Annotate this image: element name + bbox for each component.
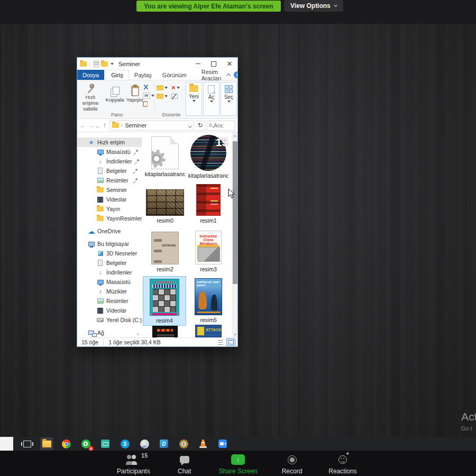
sidebar-item-yerel-disk[interactable]: Yerel Disk (C:) [77,315,142,325]
sidebar-item-resimler[interactable]: Resimler [77,176,142,185]
new-button[interactable]: Yeni [186,82,202,116]
tab-gorunum[interactable]: Görünüm [157,70,192,80]
file-resim4-selected[interactable]: SATRANÇTA resim4 [143,276,186,326]
thumbnail-overlay-15: 15 [216,136,228,149]
select-button[interactable]: Seç [221,82,237,116]
open-button[interactable]: Aç [203,82,219,116]
file-kitaplarlasatranc-image[interactable]: 15 kitaplarlasatranc [187,135,230,179]
taskbar-zoom[interactable] [216,437,229,450]
tab-paylas[interactable]: Paylaş [129,70,157,80]
sidebar-item-bu-bilgisayar[interactable]: Bu bilgisayar [77,239,142,249]
view-options-button[interactable]: View Options [284,0,343,12]
copy-to-button[interactable] [157,94,171,99]
sidebar-item-videolar[interactable]: Videolar [77,195,142,204]
help-icon[interactable]: ? [234,71,238,78]
taskbar-vlc[interactable] [197,437,209,450]
taskbar-file-explorer[interactable] [40,437,53,450]
sidebar-item-belgeler[interactable]: Belgeler [77,166,142,176]
file-partial-black-book[interactable] [144,326,186,338]
participants-button[interactable]: 15 Participants [117,453,150,475]
sidebar-item-masaustu-2[interactable]: Masaüstü [77,277,142,287]
task-view-button[interactable] [21,437,33,450]
search-input[interactable] [214,122,232,129]
record-button[interactable]: Record [276,453,308,475]
recent-locations-icon[interactable] [96,124,99,128]
desktop-icon [97,279,104,285]
forward-button[interactable]: → [88,122,95,129]
file-thumbnail [152,326,178,338]
properties-icon[interactable] [94,61,99,67]
file-resim1[interactable]: resim1 [187,184,230,224]
documents-icon [97,168,104,174]
taskbar-whatsapp[interactable]: 9 [79,437,92,450]
sidebar-scroll-down-icon[interactable]: ˅ [137,332,140,337]
sidebar-item-yayinresimleri[interactable]: YayınResimleri [77,214,142,223]
taskbar-gray-app[interactable] [138,437,151,450]
reactions-button[interactable]: + Reactions [326,453,359,475]
details-view-button[interactable] [216,338,225,346]
sidebar-item-belgeler-2[interactable]: Belgeler [77,258,142,268]
sidebar-item-hizli-erisim[interactable]: ★Hızlı erişim [77,138,142,147]
move-to-icon [157,85,163,90]
delete-button[interactable]: × [171,85,186,90]
new-folder-icon[interactable] [101,61,108,67]
file-thumbnail: SATRANÇ [151,232,179,264]
delete-icon: × [171,85,176,90]
rename-button[interactable] [171,94,186,99]
taskbar-chrome[interactable] [60,437,72,450]
sidebar-item-yayin[interactable]: Yayın [77,204,142,214]
close-button[interactable]: ✕ [222,58,237,70]
sidebar-item-resimler-2[interactable]: Resimler [77,296,142,306]
large-icons-view-button[interactable] [226,338,235,346]
paste-shortcut-button[interactable] [143,100,154,107]
sidebar-item-seminer[interactable]: Seminer [77,185,142,195]
sidebar-item-onedrive[interactable]: ☁OneDrive [77,226,142,236]
pictures-icon [97,177,104,184]
taskbar-skype[interactable]: S [118,437,131,450]
sidebar-item-indirilenler-2[interactable]: ↓İndirilenler [77,268,142,277]
file-partial-attack-book[interactable]: ATTACK [187,325,230,338]
file-resim3[interactable]: Instructive Chess Miniatures resim3 [187,231,230,272]
scrollbar-thumb[interactable] [233,141,238,284]
up-button[interactable]: ↑ [101,122,108,129]
file-resim0[interactable]: resim0 [144,189,186,224]
taskbar-teal-app[interactable] [99,437,112,450]
sidebar-item-3d-nesneler[interactable]: 3D Nesneler [77,249,142,258]
search-box[interactable] [207,121,235,131]
cut-button[interactable] [143,84,154,90]
scroll-up-icon[interactable]: ˄ [232,132,238,140]
star-icon: ★ [88,139,95,145]
tab-giris[interactable]: Giriş [105,70,129,80]
chat-button[interactable]: Chat [168,453,201,475]
file-list-scrollbar[interactable]: ˄ ˅ [232,132,238,338]
copy-path-button[interactable]: W [143,92,154,99]
tab-dosya[interactable]: Dosya [77,70,104,80]
file-resim2[interactable]: SATRANÇ resim2 [144,232,186,272]
qat-dropdown-icon[interactable] [111,63,114,65]
refresh-button[interactable]: ↻ [196,121,205,131]
copy-to-icon [157,94,163,99]
sidebar-item-muzikler[interactable]: ♪Müzikler [77,287,142,296]
screen: You are viewing Alper Efe Ataman's scree… [0,0,476,476]
sidebar-item-ag[interactable]: Ağ [77,328,142,337]
back-button[interactable]: ← [79,122,86,129]
taskbar-d-app[interactable]: D [158,437,170,450]
reactions-icon [338,455,347,464]
disk-icon [97,317,104,323]
address-dropdown-icon[interactable] [188,124,192,128]
sidebar-item-videolar-2[interactable]: Videolar [77,306,142,315]
quick-access-toolbar[interactable] [80,61,114,67]
pin-to-quick-access-button[interactable]: Hızlı erişime sabitle [78,83,103,112]
file-kitaplarlasatranc-doc[interactable]: kitaplarlasatranc [144,136,186,177]
tab-resim-araclari[interactable]: Resim Araçları [196,70,227,80]
address-bar[interactable]: › Seminer [109,121,194,131]
breadcrumb[interactable]: Seminer [125,122,147,129]
sidebar-item-indirilenler[interactable]: ↓İndirilenler [77,157,142,166]
collapse-ribbon-icon[interactable] [226,74,230,78]
sidebar-item-masaustu[interactable]: Masaüstü [77,147,142,157]
move-to-button[interactable] [157,85,171,90]
chrome-icon [62,440,71,448]
share-screen-button[interactable]: ↑ Share Screen [219,453,258,475]
file-resim5[interactable]: starting out: open games resim5 [187,278,230,323]
taskbar-15-app[interactable]: 15 [177,437,190,450]
